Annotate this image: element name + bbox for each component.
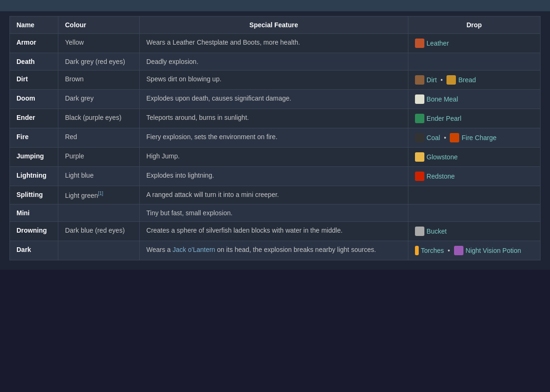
table-row: SplittingLight green[1]A ranged attack w… xyxy=(10,186,541,204)
drop-label: Coal xyxy=(427,134,440,141)
drop-label: Fire Charge xyxy=(462,134,496,141)
cell-name: Dark xyxy=(10,241,58,260)
drop-item-bread: Bread xyxy=(446,75,476,85)
cell-colour: Black (purple eyes) xyxy=(58,109,140,128)
jack-o-lantern-link[interactable]: Jack o'Lantern xyxy=(173,246,215,253)
drop-item-leather: Leather xyxy=(415,39,449,48)
table-container: Name Colour Special Feature Drop ArmorYe… xyxy=(0,11,550,270)
cell-feature: Fiery explosion, sets the environment on… xyxy=(140,128,408,148)
cell-colour: Yellow xyxy=(58,34,140,53)
cell-drop xyxy=(408,186,540,204)
cell-colour: Red xyxy=(58,128,140,148)
cell-drop: Dirt•Bread xyxy=(408,71,540,90)
table-row: LightningLight blueExplodes into lightni… xyxy=(10,167,541,186)
coal-icon xyxy=(415,133,424,142)
glowstone-icon xyxy=(415,152,424,162)
torch-icon xyxy=(415,246,419,255)
drop-wrapper: Bone Meal xyxy=(415,94,534,104)
cell-feature: Creates a sphere of silverfish laden blo… xyxy=(140,221,408,241)
table-body: ArmorYellowWears a Leather Chestplate an… xyxy=(10,34,541,260)
drop-label: Glowstone xyxy=(427,153,458,161)
cell-name: Ender xyxy=(10,109,58,128)
ender-pearl-icon xyxy=(415,114,424,123)
table-row: ArmorYellowWears a Leather Chestplate an… xyxy=(10,34,541,53)
drop-wrapper: Dirt•Bread xyxy=(415,75,534,85)
drop-label: Night Vision Potion xyxy=(466,247,521,254)
table-row: MiniTiny but fast, small explosion. xyxy=(10,204,541,221)
drop-label: Redstone xyxy=(427,172,455,180)
footnote: [1] xyxy=(98,191,103,196)
table-row: DeathDark grey (red eyes)Deadly explosio… xyxy=(10,53,541,71)
drop-item-fire-charge: Fire Charge xyxy=(450,133,496,142)
table-row: DarkWears a Jack o'Lantern on its head, … xyxy=(10,241,541,260)
col-name: Name xyxy=(10,16,58,34)
drop-separator: • xyxy=(444,134,446,141)
redstone-icon xyxy=(415,172,424,181)
drop-wrapper: Ender Pearl xyxy=(415,114,534,123)
cell-feature: Teleports around, burns in sunlight. xyxy=(140,109,408,128)
drop-label: Leather xyxy=(427,39,449,47)
bread-icon xyxy=(446,75,456,85)
cell-name: Death xyxy=(10,53,58,71)
col-colour: Colour xyxy=(58,16,140,34)
table-row: DirtBrownSpews dirt on blowing up.Dirt•B… xyxy=(10,71,541,90)
cell-feature: Explodes upon death, causes significant … xyxy=(140,90,408,109)
drop-label: Torches xyxy=(421,247,444,254)
cell-drop: Glowstone xyxy=(408,148,540,167)
drop-item-bone-meal: Bone Meal xyxy=(415,94,458,104)
cell-drop: Leather xyxy=(408,34,540,53)
cell-colour: Light green[1] xyxy=(58,186,140,204)
cell-colour: Brown xyxy=(58,71,140,90)
cell-name: Drowning xyxy=(10,221,58,241)
cell-name: Jumping xyxy=(10,148,58,167)
cell-drop: Ender Pearl xyxy=(408,109,540,128)
cell-feature: Wears a Jack o'Lantern on its head, the … xyxy=(140,241,408,260)
drop-item-redstone: Redstone xyxy=(415,172,455,181)
cell-name: Mini xyxy=(10,204,58,221)
drop-label: Bucket xyxy=(427,227,447,235)
drop-item-night-vision: Night Vision Potion xyxy=(454,246,521,255)
col-feature: Special Feature xyxy=(140,16,408,34)
page-header xyxy=(0,0,550,11)
drop-separator: • xyxy=(440,76,443,84)
table-header-row: Name Colour Special Feature Drop xyxy=(10,16,541,34)
cell-name: Doom xyxy=(10,90,58,109)
drop-item-bucket: Bucket xyxy=(415,227,447,236)
leather-icon xyxy=(415,39,424,48)
drop-label: Bone Meal xyxy=(427,95,458,103)
drop-wrapper: Coal•Fire Charge xyxy=(415,133,534,142)
cell-drop: Torches•Night Vision Potion xyxy=(408,241,540,260)
cell-feature: Explodes into lightning. xyxy=(140,167,408,186)
col-drop: Drop xyxy=(408,16,540,34)
cell-feature: Spews dirt on blowing up. xyxy=(140,71,408,90)
drop-item-torch: Torches xyxy=(415,246,444,255)
drop-label: Dirt xyxy=(427,76,437,84)
cell-drop: Bucket xyxy=(408,221,540,241)
drop-wrapper: Redstone xyxy=(415,172,534,181)
cell-colour xyxy=(58,204,140,221)
bucket-icon xyxy=(415,227,424,236)
cell-colour: Light blue xyxy=(58,167,140,186)
cell-drop xyxy=(408,53,540,71)
cell-name: Dirt xyxy=(10,71,58,90)
bone-meal-icon xyxy=(415,94,424,104)
night-vision-icon xyxy=(454,246,463,255)
cell-drop: Bone Meal xyxy=(408,90,540,109)
cell-feature: Deadly explosion. xyxy=(140,53,408,71)
cell-name: Armor xyxy=(10,34,58,53)
cell-drop: Redstone xyxy=(408,167,540,186)
drop-item-dirt: Dirt xyxy=(415,75,437,85)
drop-label: Ender Pearl xyxy=(427,115,462,122)
page-wrapper: Name Colour Special Feature Drop ArmorYe… xyxy=(0,0,550,270)
cell-drop xyxy=(408,204,540,221)
cell-feature: Wears a Leather Chestplate and Boots, mo… xyxy=(140,34,408,53)
table-row: FireRedFiery explosion, sets the environ… xyxy=(10,128,541,148)
drop-separator: • xyxy=(448,247,450,254)
table-row: EnderBlack (purple eyes)Teleports around… xyxy=(10,109,541,128)
cell-colour: Dark blue (red eyes) xyxy=(58,221,140,241)
table-row: DrowningDark blue (red eyes)Creates a sp… xyxy=(10,221,541,241)
cell-colour xyxy=(58,241,140,260)
creeper-table: Name Colour Special Feature Drop ArmorYe… xyxy=(9,16,541,260)
table-row: JumpingPurpleHigh Jump.Glowstone xyxy=(10,148,541,167)
drop-wrapper: Glowstone xyxy=(415,152,534,162)
